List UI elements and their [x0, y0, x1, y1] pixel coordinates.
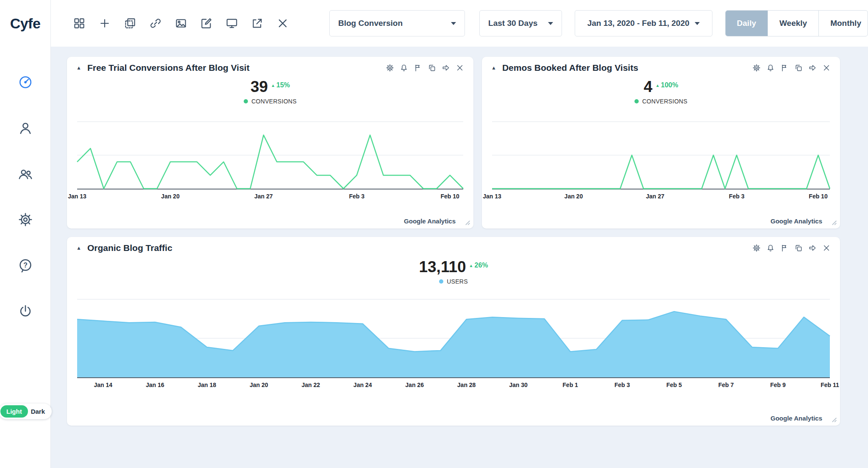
theme-dark-option[interactable]: Dark [31, 408, 50, 415]
widgets-grid-button[interactable] [73, 17, 86, 30]
x-axis-label: Jan 16 [146, 382, 164, 388]
bell-icon [766, 64, 775, 72]
widget-flag-button[interactable] [414, 64, 422, 72]
chevron-down-icon [695, 22, 700, 25]
widget-clone-button[interactable] [428, 64, 436, 72]
link-icon [149, 17, 162, 30]
settings-gear-icon [752, 64, 761, 72]
export-button[interactable] [251, 17, 264, 30]
conversions-line-chart[interactable] [77, 122, 463, 189]
widget-header: ▲ Free Trial Conversions After Blog Visi… [67, 57, 473, 73]
delta-up-icon: ▲ [469, 263, 473, 268]
widget-title: Demos Booked After Blog Visits [502, 63, 752, 73]
granularity-daily[interactable]: Daily [726, 11, 768, 36]
sidebar-item-dashboards[interactable] [18, 75, 33, 90]
legend-label: CONVERSIONS [642, 98, 687, 105]
delta-up-icon: ▲ [271, 83, 275, 88]
move-arrow-icon [808, 244, 817, 252]
widget-flag-button[interactable] [780, 244, 789, 252]
data-source-label: Google Analytics [404, 217, 456, 225]
x-axis-label: Jan 13 [483, 193, 501, 200]
granularity-weekly[interactable]: Weekly [768, 11, 818, 36]
clone-copy-icon [428, 64, 436, 72]
widget-alerts-button[interactable] [766, 64, 775, 72]
duplicate-screen-button[interactable] [124, 17, 136, 30]
widget-move-button[interactable] [808, 64, 817, 72]
legend: CONVERSIONS [482, 98, 840, 105]
collapse-arrow-icon[interactable]: ▲ [491, 65, 496, 70]
dashboard-select[interactable]: Blog Conversion [329, 10, 465, 36]
sidebar-item-profile[interactable] [18, 120, 33, 136]
widget-move-button[interactable] [808, 244, 817, 252]
theme-light-option[interactable]: Light [0, 405, 28, 418]
widget-alerts-button[interactable] [766, 244, 775, 252]
x-axis-label: Feb 3 [349, 193, 364, 200]
monitor-button[interactable] [225, 17, 238, 30]
granularity-monthly[interactable]: Monthly [818, 11, 868, 36]
clone-copy-icon [794, 64, 803, 72]
theme-toggle[interactable]: Light Dark [0, 404, 52, 419]
widget-settings-button[interactable] [752, 64, 761, 72]
resize-handle[interactable] [831, 219, 837, 226]
widget-close-button[interactable] [456, 64, 464, 72]
edit-button[interactable] [200, 17, 213, 30]
close-dashboard-button[interactable] [276, 17, 289, 30]
widget-close-button[interactable] [822, 64, 831, 72]
widget-flag-button[interactable] [780, 64, 789, 72]
link-button[interactable] [149, 17, 162, 30]
demos-line-chart[interactable] [492, 122, 830, 189]
widget-header: ▲ Organic Blog Traffic [67, 237, 840, 253]
topbar: Blog Conversion Last 30 Days Jan 13, 202… [51, 0, 868, 47]
x-axis-label: Jan 13 [68, 193, 86, 200]
sidebar-item-settings[interactable] [18, 212, 33, 227]
stat-value: 4 [644, 79, 653, 95]
sidebar-item-logout[interactable] [18, 304, 33, 319]
image-button[interactable] [175, 17, 187, 30]
legend-dot [634, 99, 639, 103]
date-range-picker[interactable]: Jan 13, 2020 - Feb 11, 2020 [575, 10, 712, 36]
collapse-arrow-icon[interactable]: ▲ [76, 65, 81, 70]
delta-up-icon: ▲ [655, 83, 659, 88]
widget-stat: 39 ▲15% CONVERSIONS [67, 79, 473, 105]
widget-close-button[interactable] [822, 244, 831, 252]
widget-clone-button[interactable] [794, 64, 803, 72]
chart-svg [492, 122, 830, 189]
stat-delta: ▲100% [655, 81, 678, 89]
widgets-row: ▲ Free Trial Conversions After Blog Visi… [67, 57, 840, 228]
widget-stat: 4 ▲100% CONVERSIONS [482, 79, 840, 105]
widget-alerts-button[interactable] [400, 64, 408, 72]
legend-label: USERS [447, 278, 468, 285]
move-arrow-icon [808, 64, 817, 72]
traffic-area-chart[interactable] [77, 299, 830, 378]
widget-actions [386, 64, 464, 72]
granularity-segmented-control: Daily Weekly Monthly [725, 10, 868, 36]
widget-settings-button[interactable] [752, 244, 761, 252]
sidebar-item-users[interactable] [18, 166, 33, 181]
resize-grip-icon [831, 416, 837, 423]
help-question-icon: ? [18, 258, 33, 273]
add-widget-button[interactable] [98, 17, 111, 30]
resize-handle[interactable] [464, 219, 470, 226]
x-axis-label: Feb 10 [809, 193, 827, 200]
x-axis-labels: Jan 13Jan 20Jan 27Feb 3Feb 10 [492, 193, 830, 202]
widgets-grid-icon [73, 17, 86, 30]
close-icon [822, 244, 831, 252]
x-axis-label: Feb 11 [821, 382, 839, 388]
widget-settings-button[interactable] [386, 64, 394, 72]
stat-delta: ▲15% [271, 81, 290, 89]
widget-move-button[interactable] [442, 64, 450, 72]
sidebar-item-help[interactable]: ? [18, 258, 33, 273]
x-axis-label: Jan 27 [254, 193, 273, 200]
resize-handle[interactable] [831, 416, 837, 423]
dashboard-content: ▲ Free Trial Conversions After Blog Visi… [51, 47, 868, 468]
x-axis-label: Jan 20 [161, 193, 180, 200]
collapse-arrow-icon[interactable]: ▲ [76, 245, 81, 251]
x-axis-label: Jan 22 [301, 382, 320, 388]
widget-stat: 13,110 ▲26% USERS [67, 259, 840, 285]
settings-gear-icon [752, 244, 761, 252]
widget-clone-button[interactable] [794, 244, 803, 252]
cyfe-logo[interactable]: Cyfe [10, 0, 41, 47]
date-range-preset-select[interactable]: Last 30 Days [479, 10, 562, 36]
sidebar: Cyfe ? [0, 0, 51, 468]
plus-icon [98, 17, 111, 30]
